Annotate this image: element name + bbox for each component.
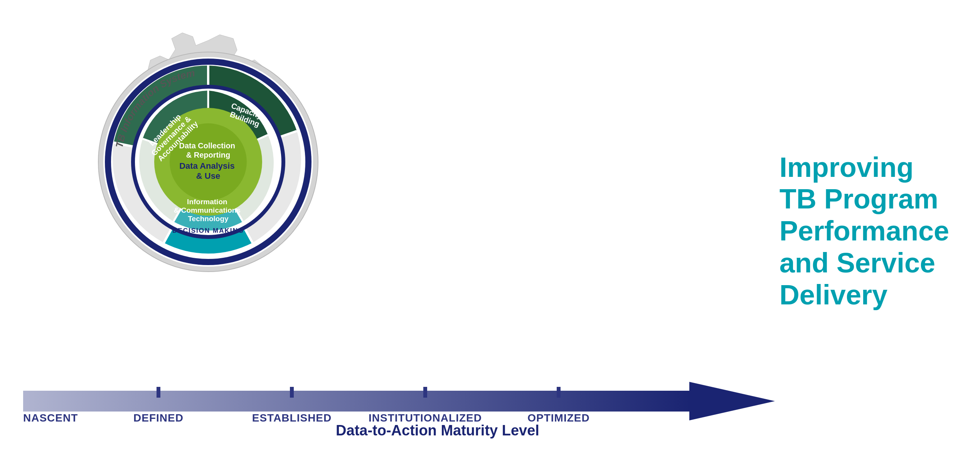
svg-rect-32	[423, 387, 427, 398]
svg-text:INSTITUTIONALIZED: INSTITUTIONALIZED	[369, 412, 482, 424]
svg-rect-31	[290, 387, 294, 398]
improving-line1: Improving	[780, 151, 949, 183]
svg-text:DEFINED: DEFINED	[133, 412, 184, 424]
svg-text:DECISION MAKING: DECISION MAKING	[172, 227, 244, 234]
improving-line3: Performance	[780, 215, 949, 247]
improving-line4: and Service	[780, 247, 949, 279]
svg-rect-33	[557, 387, 561, 398]
improving-text-block: Improving TB Program Performance and Ser…	[780, 151, 949, 311]
svg-marker-29	[689, 382, 775, 420]
maturity-section: NASCENT DEFINED ESTABLISHED INSTITUTIONA…	[23, 380, 775, 439]
svg-text:NASCENT: NASCENT	[23, 412, 78, 424]
main-container: Leadership Governance & Accountability C…	[0, 0, 980, 462]
svg-text:ESTABLISHED: ESTABLISHED	[252, 412, 332, 424]
diagram-section: Leadership Governance & Accountability C…	[58, 12, 359, 312]
improving-line2: TB Program	[780, 183, 949, 215]
improving-line5: Delivery	[780, 279, 949, 311]
arrow-container: NASCENT DEFINED ESTABLISHED INSTITUTIONA…	[23, 380, 756, 415]
svg-text:OPTIMIZED: OPTIMIZED	[527, 412, 589, 424]
svg-rect-28	[23, 391, 690, 412]
svg-rect-30	[157, 387, 160, 398]
